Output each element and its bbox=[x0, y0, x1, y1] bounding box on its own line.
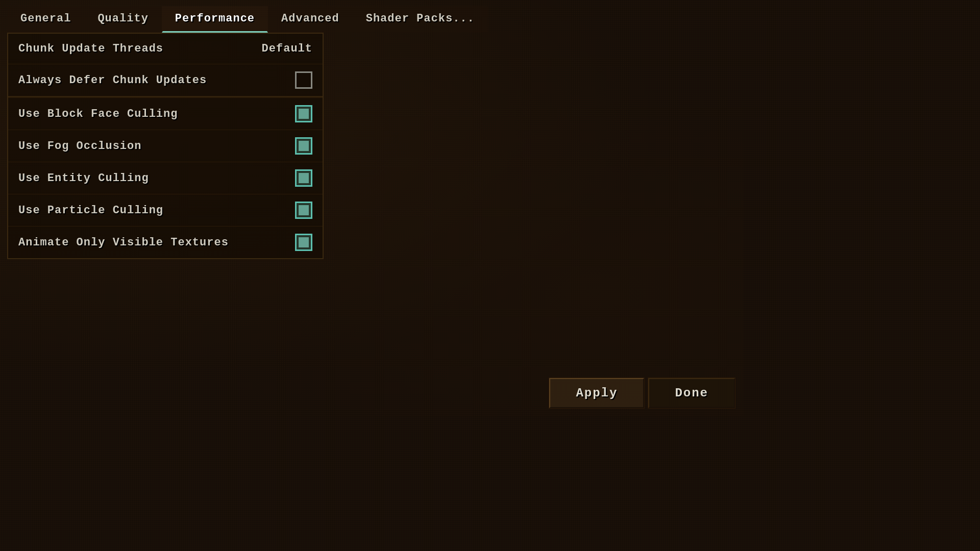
use-fog-occlusion-checkbox[interactable] bbox=[295, 137, 312, 155]
tab-performance[interactable]: Performance bbox=[162, 6, 268, 33]
setting-use-entity-culling: Use Entity Culling bbox=[8, 162, 323, 194]
tab-quality[interactable]: Quality bbox=[84, 6, 161, 33]
tab-shader-packs[interactable]: Shader Packs... bbox=[353, 6, 488, 33]
always-defer-chunk-updates-checkbox[interactable] bbox=[295, 71, 312, 89]
animate-only-visible-textures-checkbox[interactable] bbox=[295, 234, 312, 251]
tabs-bar: General Quality Performance Advanced Sha… bbox=[7, 6, 736, 33]
use-entity-culling-label: Use Entity Culling bbox=[18, 172, 149, 185]
bottom-bar: Apply Done bbox=[549, 378, 735, 408]
setting-animate-only-visible-textures: Animate Only Visible Textures bbox=[8, 227, 323, 258]
tab-advanced[interactable]: Advanced bbox=[268, 6, 353, 33]
settings-panel: Chunk Update Threads Default Always Defe… bbox=[7, 33, 324, 259]
setting-use-fog-occlusion: Use Fog Occlusion bbox=[8, 130, 323, 162]
apply-button[interactable]: Apply bbox=[549, 378, 644, 408]
animate-only-visible-textures-label: Animate Only Visible Textures bbox=[18, 236, 229, 249]
use-entity-culling-checkbox[interactable] bbox=[295, 169, 312, 187]
use-block-face-culling-checkbox[interactable] bbox=[295, 105, 312, 122]
tab-general[interactable]: General bbox=[7, 6, 84, 33]
setting-use-block-face-culling: Use Block Face Culling bbox=[8, 98, 323, 130]
page-wrapper: General Quality Performance Advanced Sha… bbox=[0, 0, 743, 416]
setting-chunk-update-threads: Chunk Update Threads Default bbox=[8, 34, 323, 64]
done-button[interactable]: Done bbox=[648, 378, 735, 408]
always-defer-chunk-updates-label: Always Defer Chunk Updates bbox=[18, 74, 207, 87]
use-particle-culling-checkbox[interactable] bbox=[295, 202, 312, 219]
chunk-update-threads-value: Default bbox=[262, 42, 312, 55]
setting-use-particle-culling: Use Particle Culling bbox=[8, 194, 323, 227]
chunk-update-threads-label: Chunk Update Threads bbox=[18, 42, 163, 55]
use-block-face-culling-label: Use Block Face Culling bbox=[18, 108, 178, 120]
setting-always-defer-chunk-updates: Always Defer Chunk Updates bbox=[8, 64, 323, 96]
use-fog-occlusion-label: Use Fog Occlusion bbox=[18, 140, 141, 153]
use-particle-culling-label: Use Particle Culling bbox=[18, 204, 163, 217]
